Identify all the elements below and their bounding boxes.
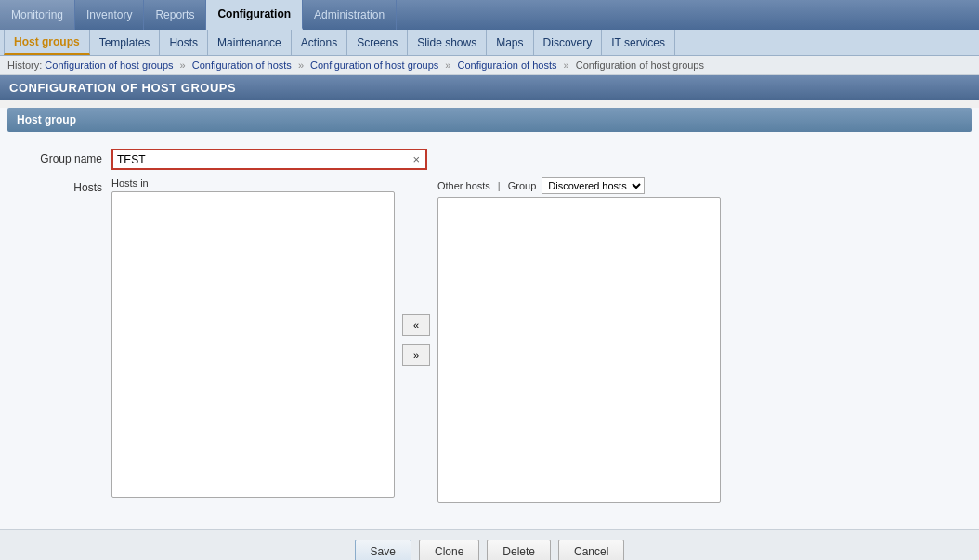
move-right-button[interactable]: » xyxy=(402,344,430,366)
top-nav-item-inventory[interactable]: Inventory xyxy=(75,0,144,30)
group-name-row: Group name × xyxy=(19,149,960,170)
footer-bar: Save Clone Delete Cancel xyxy=(0,529,979,560)
content-area: Host group Group name × Hosts Hosts in xyxy=(0,108,979,560)
hosts-in-label: Hosts in xyxy=(111,177,395,189)
delete-button[interactable]: Delete xyxy=(487,540,551,560)
hosts-row: Hosts Hosts in « » Other hosts xyxy=(19,177,960,503)
clear-group-name-button[interactable]: × xyxy=(411,152,422,166)
top-nav-item-monitoring[interactable]: Monitoring xyxy=(0,0,75,30)
other-hosts-wrap: Other hosts | Group Discovered hostsLinu… xyxy=(437,177,721,503)
top-nav-item-administration[interactable]: Administration xyxy=(303,0,397,30)
second-nav-item-discovery[interactable]: Discovery xyxy=(534,30,603,55)
group-name-input[interactable] xyxy=(117,153,411,166)
cancel-button[interactable]: Cancel xyxy=(558,540,624,560)
other-hosts-listbox[interactable] xyxy=(437,197,721,503)
second-nav-item-slide-shows[interactable]: Slide shows xyxy=(408,30,487,55)
second-nav-item-maintenance[interactable]: Maintenance xyxy=(208,30,292,55)
group-name-container: × xyxy=(111,149,427,170)
top-nav: MonitoringInventoryReportsConfigurationA… xyxy=(0,0,979,30)
breadcrumb: History: Configuration of host groups » … xyxy=(0,56,979,75)
hosts-content: Hosts in « » Other hosts | Group xyxy=(111,177,721,503)
hosts-in-listbox[interactable] xyxy=(111,191,395,498)
second-nav: Host groupsTemplatesHostsMaintenanceActi… xyxy=(0,30,979,56)
arrows-column: « » xyxy=(395,177,437,484)
form-area: Group name × Hosts Hosts in « xyxy=(0,139,979,520)
breadcrumb-trail: Configuration of host groups » Configura… xyxy=(45,59,704,71)
hosts-label: Hosts xyxy=(19,177,111,194)
breadcrumb-prefix: History: xyxy=(7,59,42,71)
second-nav-item-hosts[interactable]: Hosts xyxy=(160,30,208,55)
second-nav-item-screens[interactable]: Screens xyxy=(347,30,408,55)
clone-button[interactable]: Clone xyxy=(419,540,479,560)
save-button[interactable]: Save xyxy=(355,540,411,560)
second-nav-item-host-groups[interactable]: Host groups xyxy=(4,30,90,55)
group-name-label: Group name xyxy=(19,149,111,165)
move-left-button[interactable]: « xyxy=(402,314,430,336)
top-nav-item-reports[interactable]: Reports xyxy=(144,0,206,30)
section-header: Host group xyxy=(7,108,972,132)
group-name-input-wrap: × xyxy=(111,149,960,170)
hosts-in-wrap: Hosts in xyxy=(111,177,395,498)
top-nav-item-configuration[interactable]: Configuration xyxy=(206,0,303,30)
other-hosts-label-row: Other hosts | Group Discovered hostsLinu… xyxy=(437,177,721,194)
page-header: CONFIGURATION OF HOST GROUPS xyxy=(0,75,979,100)
second-nav-item-actions[interactable]: Actions xyxy=(292,30,347,55)
group-select-label: Group xyxy=(508,180,537,191)
second-nav-item-maps[interactable]: Maps xyxy=(487,30,533,55)
group-select[interactable]: Discovered hostsLinux serversWindows ser… xyxy=(542,177,645,194)
second-nav-item-templates[interactable]: Templates xyxy=(90,30,161,55)
other-hosts-label: Other hosts xyxy=(437,180,490,191)
second-nav-item-it-services[interactable]: IT services xyxy=(602,30,675,55)
